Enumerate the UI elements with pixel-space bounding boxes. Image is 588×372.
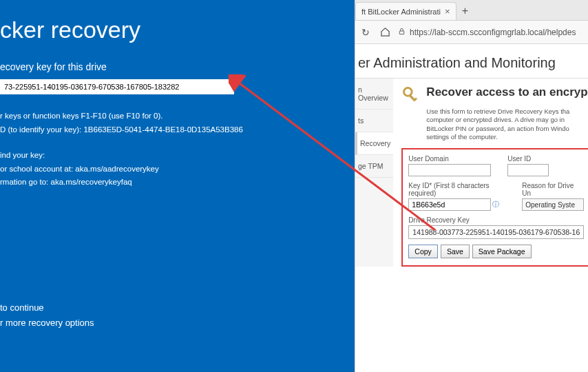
panel-description: Use this form to retrieve Drive Recovery… [426, 107, 588, 141]
reason-select[interactable] [522, 198, 584, 211]
browser-tab[interactable]: ft BitLocker Administrati × [355, 2, 456, 20]
svg-point-1 [404, 88, 412, 96]
new-tab-button[interactable]: + [456, 2, 474, 20]
main-panel: Recover access to an encryp Use this for… [393, 79, 588, 267]
user-domain-label: User Domain [408, 155, 491, 163]
user-id-field[interactable] [507, 164, 549, 176]
user-id-label: User ID [507, 155, 549, 163]
find-line-1: or school account at: aka.ms/aadrecovery… [0, 163, 355, 176]
recovery-find-block: ind your key: or school account at: aka.… [0, 149, 355, 189]
continue-hint: to continue [0, 300, 94, 316]
panel-title: Recover access to an encryp [426, 85, 587, 99]
close-icon[interactable]: × [445, 6, 450, 17]
more-options-hint: r more recovery options [0, 316, 94, 331]
recovery-key-input[interactable] [0, 79, 234, 94]
hint-line-1: r keys or function keys F1-F10 (use F10 … [0, 110, 355, 123]
home-icon[interactable] [379, 26, 391, 39]
reason-label: Reason for Drive Un [522, 182, 584, 197]
find-line-2: rmation go to: aka.ms/recoverykeyfaq [0, 176, 355, 189]
page-title: er Administration and Monitoring [355, 44, 588, 79]
url-text: https://lab-sccm.scconfigmgrlab.local/he… [410, 28, 576, 37]
hint-line-2: D (to identify your key): 1B663E5D-5041-… [0, 123, 355, 137]
refresh-icon[interactable]: ↻ [359, 26, 372, 39]
tab-bar: ft BitLocker Administrati × + [355, 0, 588, 21]
sidebar-item-recovery[interactable]: Recovery [355, 132, 393, 155]
recovery-hint-block: r keys or function keys F1-F10 (use F10 … [0, 110, 355, 136]
key-icon [401, 85, 421, 105]
key-id-field[interactable] [408, 198, 491, 211]
copy-button[interactable]: Copy [408, 245, 438, 258]
page-content: er Administration and Monitoring n Overv… [355, 44, 588, 372]
recovery-form: User Domain User ID Key ID* (First 8 cha… [401, 148, 588, 267]
sidebar-item-tpm[interactable]: ge TPM [355, 155, 393, 178]
lock-icon [398, 28, 406, 37]
browser-window: ft BitLocker Administrati × + ↻ https://… [355, 0, 588, 372]
recovery-subtitle: ecovery key for this drive [0, 61, 355, 72]
user-domain-field[interactable] [408, 164, 491, 176]
bitlocker-recovery-screen: cker recovery ecovery key for this drive… [0, 0, 355, 372]
sidebar-item-overview[interactable]: n Overview [355, 79, 393, 110]
key-id-label: Key ID* (First 8 characters required) [408, 182, 505, 197]
url-bar[interactable]: https://lab-sccm.scconfigmgrlab.local/he… [398, 28, 584, 37]
nav-bar: ↻ https://lab-sccm.scconfigmgrlab.local/… [355, 21, 588, 44]
find-title: ind your key: [0, 149, 355, 163]
sidebar-item-reports[interactable]: ts [355, 110, 393, 132]
tab-title: ft BitLocker Administrati [361, 8, 441, 16]
info-icon[interactable]: ⓘ [492, 200, 499, 209]
recovery-bottom-block: to continue r more recovery options [0, 300, 94, 331]
output-label: Drive Recovery Key [408, 216, 584, 224]
side-nav: n Overview ts Recovery ge TPM [355, 79, 393, 267]
save-package-button[interactable]: Save Package [472, 245, 532, 258]
save-button[interactable]: Save [441, 245, 470, 258]
recovery-title: cker recovery [0, 17, 355, 43]
recovery-key-output: 141988-003773-225951-140195-036179-67053… [408, 225, 584, 239]
svg-rect-0 [399, 31, 403, 34]
